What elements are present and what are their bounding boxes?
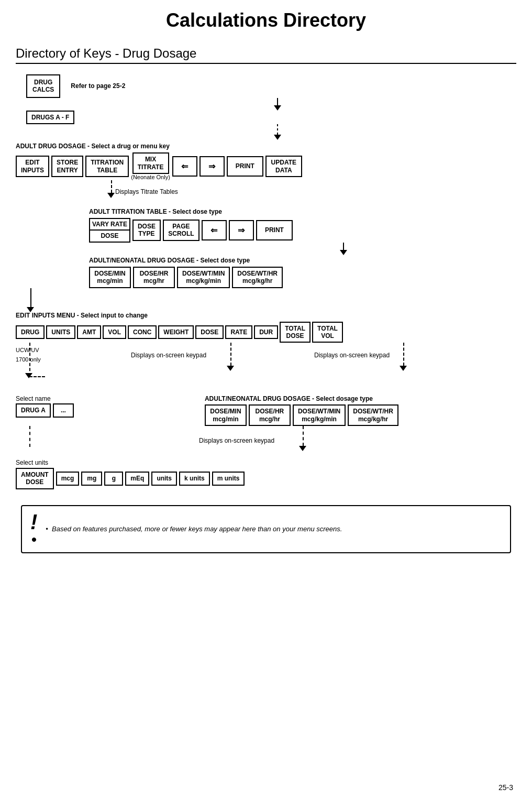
- edit-inputs-menu-label: EDIT INPUTS MENU - Select input to chang…: [16, 312, 148, 319]
- note-text: Based on features purchased, more or few…: [52, 525, 342, 533]
- adult-drug-dosage-label: ADULT DRUG DOSAGE - Select a drug or men…: [16, 143, 170, 150]
- vary-rate-key[interactable]: VARY RATE: [89, 218, 130, 231]
- drug-a-box[interactable]: DRUG A: [16, 403, 51, 417]
- exclamation-icon: ! •: [30, 511, 37, 547]
- units-key-2[interactable]: units: [151, 472, 177, 485]
- conc-key[interactable]: CONC: [128, 325, 157, 339]
- dose-sub-key[interactable]: DOSE: [89, 229, 130, 242]
- drug-calcs-box: DRUG CALCS: [26, 74, 60, 98]
- adult-neonatal-2-label: ADULT/NEONATAL DRUG DOSAGE - Select dosa…: [205, 395, 373, 402]
- dose-wt-hr-key-2[interactable]: DOSE/WT/HR mcg/kg/hr: [348, 404, 398, 426]
- dose-wt-min-key-1[interactable]: DOSE/WT/MIN mcg/kg/min: [177, 267, 230, 288]
- dose-wt-min-key-2[interactable]: DOSE/WT/MIN mcg/kg/min: [293, 404, 346, 426]
- total-dose-key[interactable]: TOTAL DOSE: [280, 322, 311, 343]
- adult-titration-label: ADULT TITRATION TABLE - Select dose type: [89, 208, 222, 215]
- ellipsis-box[interactable]: ...: [53, 403, 74, 417]
- page-scroll-key[interactable]: PAGE SCROLL: [163, 220, 199, 241]
- mcg-key[interactable]: mcg: [56, 472, 80, 485]
- print-key-1[interactable]: PRINT: [227, 156, 263, 176]
- amt-key[interactable]: AMT: [77, 325, 101, 339]
- note-box: ! • • Based on features purchased, more …: [21, 505, 511, 553]
- displays-keypad-3: Displays on-screen keypad: [199, 437, 274, 444]
- displays-titrate-label: Displays Titrate Tables: [115, 188, 178, 195]
- print-key-2[interactable]: PRINT: [256, 220, 293, 240]
- rate-key[interactable]: RATE: [225, 325, 252, 339]
- adult-neonatal-1-label: ADULT/NEONATAL DRUG DOSAGE - Select dose…: [89, 257, 250, 264]
- dose-key[interactable]: DOSE: [195, 325, 224, 339]
- edit-inputs-key[interactable]: EDIT INPUTS: [16, 156, 49, 177]
- left-nav-key[interactable]: ⇐: [172, 156, 197, 177]
- refer-note: Refer to page 25-2: [71, 82, 125, 90]
- g-key[interactable]: g: [104, 472, 123, 485]
- left-nav-key-2[interactable]: ⇐: [202, 220, 227, 240]
- dose-hr-key-1[interactable]: DOSE/HR mcg/hr: [133, 267, 175, 288]
- ucw-uv-label: UCW/UV 1700 only: [16, 347, 41, 363]
- right-nav-key-2[interactable]: ⇒: [229, 220, 254, 240]
- section-title: Directory of Keys - Drug Dosage: [16, 46, 516, 64]
- dur-key[interactable]: DUR: [254, 325, 278, 339]
- neonate-only-label: (Neonate Only): [131, 174, 170, 180]
- update-data-key[interactable]: UPDATE DATA: [265, 156, 302, 177]
- displays-keypad-2: Displays on-screen keypad: [314, 352, 390, 359]
- drug-key[interactable]: DRUG: [16, 325, 45, 339]
- dose-min-key-2[interactable]: DOSE/MIN mcg/min: [205, 404, 247, 426]
- titration-table-key[interactable]: TITRATION TABLE: [85, 156, 129, 177]
- m-units-key[interactable]: m units: [212, 472, 245, 485]
- dose-hr-key-2[interactable]: DOSE/HR mcg/hr: [249, 404, 291, 426]
- page-title: Calculations Directory: [0, 0, 532, 37]
- meq-key[interactable]: mEq: [125, 472, 149, 485]
- weight-key[interactable]: WEIGHT: [158, 325, 194, 339]
- dose-min-key-1[interactable]: DOSE/MIN mcg/min: [89, 267, 131, 288]
- total-vol-key[interactable]: TOTAL VOL: [312, 322, 343, 343]
- units-key[interactable]: UNITS: [46, 325, 75, 339]
- right-nav-key[interactable]: ⇒: [199, 156, 225, 177]
- dose-wt-hr-key-1[interactable]: DOSE/WT/HR mcg/kg/hr: [232, 267, 283, 288]
- vol-key[interactable]: VOL: [103, 325, 126, 339]
- dose-type-key[interactable]: DOSE TYPE: [132, 220, 161, 241]
- mg-key[interactable]: mg: [81, 472, 102, 485]
- mix-titrate-key[interactable]: MIX TITRATE: [132, 152, 169, 174]
- select-name-label: Select name: [16, 395, 51, 402]
- k-units-key[interactable]: k units: [179, 472, 210, 485]
- drugs-af-box: DRUGS A - F: [26, 111, 74, 124]
- page-number: 25-3: [498, 783, 513, 792]
- store-entry-key[interactable]: STORE ENTRY: [51, 156, 83, 177]
- displays-keypad-1: Displays on-screen keypad: [131, 352, 206, 359]
- select-units-label: Select units: [16, 459, 48, 466]
- amount-dose-key[interactable]: AMOUNT DOSE: [16, 468, 54, 489]
